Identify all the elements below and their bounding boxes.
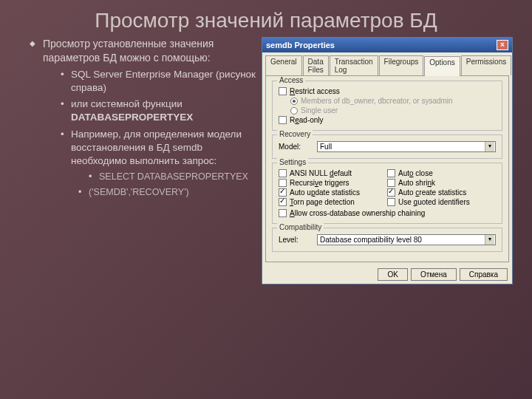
bullet-sub1: SQL Server Enterprise Manager (рисунок с…: [61, 68, 259, 95]
label-ansi-null: ANSI NULL default: [290, 169, 352, 177]
dialog-titlebar[interactable]: semdb Properties ×: [262, 38, 512, 52]
label-auto-close: Auto close: [398, 169, 433, 177]
group-compat: Compatibility Level: Database compatibil…: [272, 228, 502, 252]
dropdown-level[interactable]: Database compatibility level 80: [317, 234, 496, 245]
help-button[interactable]: Справка: [460, 268, 508, 281]
label-model: Model:: [279, 143, 313, 151]
group-recovery-title: Recovery: [277, 130, 313, 138]
bullet-list: Просмотр установленные значения параметр…: [7, 37, 259, 284]
tab-transactionlog[interactable]: Transaction Log: [330, 55, 378, 75]
bullet-sub2-prefix: или системной функции: [71, 98, 183, 109]
checkbox-recursive[interactable]: [279, 179, 287, 187]
checkbox-torn-page[interactable]: [279, 198, 287, 206]
tab-filegroups[interactable]: Filegroups: [379, 55, 424, 75]
tab-options[interactable]: Options: [424, 56, 460, 76]
group-settings-title: Settings: [277, 158, 308, 166]
checkbox-ansi-null[interactable]: [279, 169, 287, 177]
group-compat-title: Compatibility: [277, 223, 324, 231]
checkbox-auto-close[interactable]: [387, 169, 395, 177]
group-settings: Settings ANSI NULL default Recursive tri…: [272, 163, 502, 224]
tab-datafiles[interactable]: Data Files: [303, 55, 329, 75]
label-quoted: Use quoted identifiers: [398, 198, 470, 206]
bullet-sub2-bold: DATABASEPROPERTYEX: [71, 112, 193, 123]
slide-title: Просмотр значений параметров БД: [0, 0, 532, 37]
bullet-sub2: или системной функции DATABASEPROPERTYEX: [61, 98, 259, 124]
label-allow-cross: Allow cross-database ownership chaining: [290, 209, 425, 217]
tab-general[interactable]: General: [265, 55, 302, 75]
close-icon[interactable]: ×: [497, 40, 508, 50]
label-auto-shrink: Auto shrink: [398, 179, 435, 187]
label-members: Members of db_owner, dbcreator, or sysad…: [301, 97, 453, 105]
bullet-main: Просмотр установленные значения параметр…: [43, 38, 214, 64]
label-readonly: Read-only: [290, 116, 324, 124]
group-access: Access Restrict access Members of db_own…: [272, 81, 502, 131]
checkbox-auto-shrink[interactable]: [387, 179, 395, 187]
label-torn-page: Torn page detection: [290, 198, 355, 206]
cancel-button[interactable]: Отмена: [411, 268, 457, 281]
label-restrict-access: Restrict access: [290, 87, 340, 95]
checkbox-auto-create[interactable]: [387, 188, 395, 197]
radio-members: [290, 98, 298, 105]
radio-single-user: [290, 107, 298, 115]
bullet-code1: SELECT DATABASEPROPERTYEX: [89, 171, 259, 183]
ok-button[interactable]: OK: [378, 268, 407, 281]
dialog-tabs: General Data Files Transaction Log Fileg…: [262, 52, 512, 75]
bullet-code2: ('SEMDB','RECOVERY'): [78, 186, 259, 199]
group-access-title: Access: [277, 76, 305, 84]
properties-dialog: semdb Properties × General Data Files Tr…: [262, 37, 513, 284]
bullet-sub3: Например, для определения модели восстан…: [71, 129, 242, 166]
dialog-title: semdb Properties: [266, 41, 335, 50]
dropdown-model[interactable]: Full: [317, 141, 496, 152]
label-recursive: Recursive triggers: [290, 179, 349, 187]
tab-permissions[interactable]: Permissions: [461, 55, 511, 75]
checkbox-restrict-access[interactable]: [279, 87, 287, 95]
checkbox-quoted[interactable]: [387, 198, 395, 206]
label-auto-create: Auto create statistics: [398, 188, 466, 197]
checkbox-auto-update[interactable]: [279, 188, 287, 197]
label-single-user: Single user: [301, 106, 338, 115]
label-auto-update: Auto update statistics: [290, 188, 360, 197]
checkbox-allow-cross[interactable]: [279, 209, 287, 217]
label-level: Level:: [279, 236, 313, 244]
checkbox-readonly[interactable]: [279, 116, 287, 124]
group-recovery: Recovery Model: Full: [272, 134, 502, 159]
